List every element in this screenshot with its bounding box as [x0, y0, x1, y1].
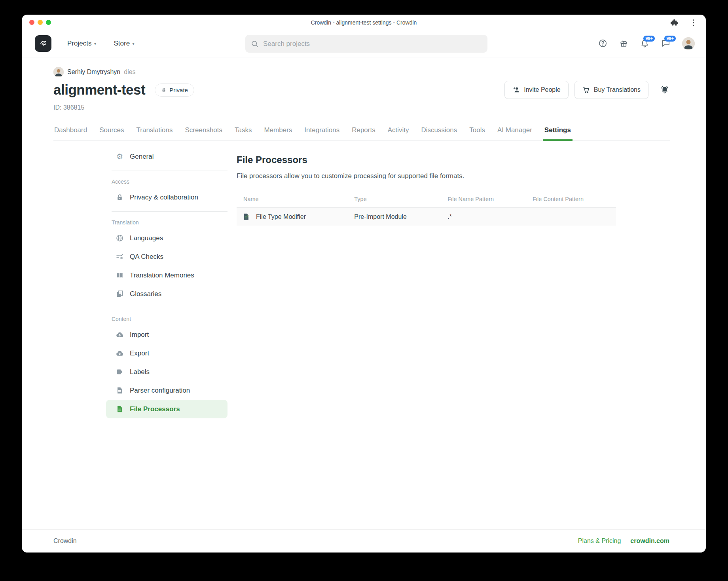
cart-icon: [582, 86, 590, 94]
cloud-download-icon: [116, 349, 124, 357]
avatar-photo: [682, 37, 695, 50]
nav-menu-projects[interactable]: Projects ▾: [67, 40, 96, 47]
processor-name: File Type Modifier: [256, 213, 306, 220]
search-icon: [251, 40, 259, 48]
gift-icon: [619, 39, 628, 48]
globe-icon: [116, 234, 124, 242]
sidebar-item-label: Languages: [130, 234, 163, 242]
tab-reports[interactable]: Reports: [351, 125, 376, 141]
extensions-puzzle-icon[interactable]: [670, 18, 679, 27]
app-window: Crowdin - alignment-test settings - Crow…: [22, 15, 706, 553]
sidebar-divider: [112, 171, 228, 171]
plans-pricing-link[interactable]: Plans & Pricing: [578, 537, 621, 545]
sidebar-item-glossaries[interactable]: Glossaries: [106, 285, 228, 303]
owner-status: dies: [124, 68, 135, 76]
user-avatar[interactable]: [682, 37, 695, 50]
tab-activity[interactable]: Activity: [387, 125, 410, 141]
sidebar-item-general[interactable]: ⚙ General: [106, 147, 228, 166]
sidebar-item-label: Privacy & collaboration: [130, 194, 198, 201]
cloud-upload-icon: [116, 330, 124, 339]
qa-checklist-icon: [116, 253, 124, 261]
sidebar-item-import[interactable]: Import: [106, 325, 228, 344]
sidebar-item-qa-checks[interactable]: QA Checks: [106, 247, 228, 266]
invite-people-button[interactable]: Invite People: [504, 81, 569, 99]
whats-new-button[interactable]: [619, 39, 628, 48]
messages-button[interactable]: 99+: [661, 39, 670, 48]
sidebar-section-access: Access: [112, 178, 228, 185]
bell-ring-icon: [660, 85, 669, 95]
project-id: ID: 386815: [53, 104, 669, 111]
browser-menu-icon[interactable]: [689, 18, 698, 27]
help-icon: [598, 39, 607, 48]
top-navbar: Projects ▾ Store ▾ 99+ 99+: [22, 30, 706, 57]
page-title: File Processors: [237, 154, 619, 165]
footer-brand: Crowdin: [53, 537, 77, 545]
sidebar-item-label: Parser configuration: [130, 387, 190, 395]
owner-avatar[interactable]: [53, 67, 64, 77]
settings-layout: ⚙ General Access Privacy & collaboration…: [22, 141, 706, 529]
sidebar-divider: [112, 308, 228, 308]
sidebar-item-labels[interactable]: Labels: [106, 363, 228, 381]
search-input[interactable]: [263, 40, 482, 48]
table-row[interactable]: File Type Modifier Pre-Import Module .*: [237, 208, 616, 226]
chevron-down-icon: ▾: [94, 41, 96, 46]
column-header-file-content-pattern: File Content Pattern: [533, 196, 616, 202]
buy-translations-label: Buy Translations: [594, 86, 641, 93]
help-button[interactable]: [598, 39, 607, 48]
buy-translations-button[interactable]: Buy Translations: [574, 81, 648, 99]
tab-discussions[interactable]: Discussions: [421, 125, 458, 141]
avatar-photo: [53, 67, 64, 77]
sidebar-item-parser-configuration[interactable]: Parser configuration: [106, 381, 228, 400]
tag-icon: [116, 368, 124, 376]
sidebar-item-export[interactable]: Export: [106, 344, 228, 363]
page-footer: Crowdin Plans & Pricing crowdin.com: [22, 529, 706, 553]
project-tabs: Dashboard Sources Translations Screensho…: [53, 125, 670, 141]
sidebar-item-languages[interactable]: Languages: [106, 229, 228, 247]
invite-people-label: Invite People: [524, 86, 561, 93]
lock-icon: [161, 87, 167, 93]
tab-ai-manager[interactable]: AI Manager: [497, 125, 533, 141]
project-title: alignment-test: [53, 82, 145, 98]
sidebar-item-label: File Processors: [130, 405, 180, 413]
sidebar-item-label: Labels: [130, 368, 150, 376]
sidebar-item-privacy-collaboration[interactable]: Privacy & collaboration: [106, 188, 228, 207]
file-name-pattern: .*: [447, 213, 533, 220]
tab-screenshots[interactable]: Screenshots: [184, 125, 224, 141]
notifications-button[interactable]: 99+: [640, 39, 649, 48]
subscribe-bell-button[interactable]: [660, 85, 669, 95]
sidebar-item-label: General: [130, 153, 154, 161]
tab-settings[interactable]: Settings: [544, 125, 572, 141]
column-header-name: Name: [237, 196, 354, 202]
tab-tools[interactable]: Tools: [468, 125, 486, 141]
sidebar-item-label: Translation Memories: [130, 272, 194, 279]
tab-translations[interactable]: Translations: [136, 125, 174, 141]
lock-icon: [116, 193, 124, 201]
nav-menu-store-label: Store: [114, 40, 130, 47]
nav-menu-store[interactable]: Store ▾: [114, 40, 135, 47]
owner-name[interactable]: Serhiy Dmytryshyn: [67, 68, 120, 76]
tab-dashboard[interactable]: Dashboard: [53, 125, 88, 141]
tab-tasks[interactable]: Tasks: [234, 125, 252, 141]
processor-type: Pre-Import Module: [354, 213, 447, 220]
sidebar-item-translation-memories[interactable]: Translation Memories: [106, 266, 228, 285]
crowdin-site-link[interactable]: crowdin.com: [630, 537, 669, 545]
page-description: File processors allow you to customize p…: [237, 172, 619, 180]
sidebar-section-content: Content: [112, 316, 228, 322]
file-processors-table: Name Type File Name Pattern File Content…: [237, 191, 616, 226]
table-header-row: Name Type File Name Pattern File Content…: [237, 191, 616, 208]
crowdin-logo[interactable]: [35, 35, 51, 52]
sidebar-item-label: Import: [130, 331, 149, 339]
tab-members[interactable]: Members: [263, 125, 293, 141]
nav-menu-projects-label: Projects: [67, 40, 91, 47]
privacy-badge-label: Private: [169, 87, 188, 93]
privacy-badge: Private: [155, 84, 194, 97]
window-title: Crowdin - alignment-test settings - Crow…: [22, 19, 706, 26]
chevron-down-icon: ▾: [132, 41, 135, 46]
tab-sources[interactable]: Sources: [99, 125, 125, 141]
tab-integrations[interactable]: Integrations: [303, 125, 340, 141]
settings-sidebar: ⚙ General Access Privacy & collaboration…: [106, 141, 228, 418]
search-box[interactable]: [245, 35, 487, 53]
notifications-badge: 99+: [643, 36, 655, 42]
sidebar-item-label: QA Checks: [130, 253, 163, 261]
sidebar-item-file-processors[interactable]: File Processors: [106, 400, 228, 418]
